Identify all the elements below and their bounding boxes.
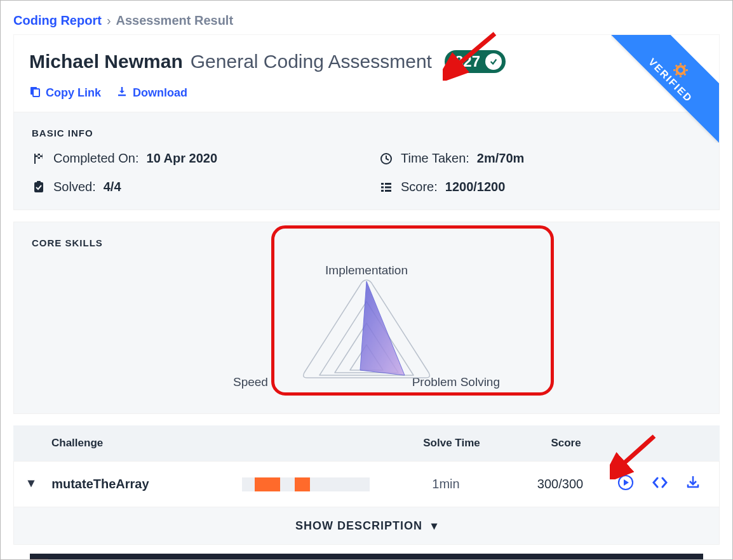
copy-link-button[interactable]: Copy Link — [29, 86, 101, 100]
candidate-name: Michael Newman — [29, 51, 183, 72]
expand-caret[interactable] — [27, 477, 37, 491]
score-value-detail: 1200/1200 — [445, 180, 506, 194]
time-label: Time Taken: — [401, 151, 469, 166]
solve-time: 1min — [389, 477, 503, 491]
svg-rect-17 — [38, 155, 41, 157]
svg-rect-25 — [381, 186, 384, 188]
time-taken: Time Taken: 2m/70m — [379, 151, 701, 166]
challenge-name: mutateTheArray — [51, 477, 242, 491]
svg-rect-19 — [40, 157, 43, 159]
breadcrumb-root[interactable]: Coding Report — [13, 13, 102, 28]
bars-icon — [379, 180, 393, 194]
svg-line-7 — [680, 76, 682, 77]
svg-rect-14 — [34, 154, 36, 164]
svg-rect-18 — [36, 157, 38, 159]
core-skills-title: CORE SKILLS — [32, 237, 701, 248]
score: Score: 1200/1200 — [379, 180, 701, 194]
svg-line-3 — [676, 74, 677, 75]
clipboard-icon — [32, 180, 46, 194]
code-button[interactable] — [652, 476, 668, 492]
svg-line-5 — [684, 74, 685, 75]
skill-label-speed: Speed — [233, 375, 268, 389]
col-header-score: Score — [509, 437, 623, 450]
svg-rect-16 — [40, 154, 43, 156]
svg-rect-23 — [381, 183, 384, 185]
basic-info-section: BASIC INFO Completed On: 10 Apr 2020 Tim… — [13, 112, 720, 210]
svg-rect-22 — [37, 181, 41, 183]
time-value: 2m/70m — [477, 151, 525, 166]
chevron-right-icon: › — [107, 13, 111, 28]
completed-value: 10 Apr 2020 — [147, 151, 218, 166]
score-pill: 827 — [445, 50, 506, 73]
challenge-table-header: Challenge Solve Time Score — [13, 425, 720, 461]
svg-rect-21 — [34, 182, 43, 192]
svg-rect-27 — [381, 190, 384, 192]
svg-rect-28 — [385, 190, 391, 192]
row-score: 300/300 — [503, 477, 617, 491]
show-description-toggle[interactable]: SHOW DESCRIPTION ▾ — [13, 507, 720, 545]
core-skills-section: CORE SKILLS Implementation Speed Problem… — [13, 222, 720, 414]
assessment-name: General Coding Assessment — [191, 51, 432, 72]
svg-rect-24 — [385, 183, 391, 185]
header-section: VERIFIED Michael Newman General Coding A… — [13, 34, 720, 112]
download-icon — [116, 86, 128, 100]
chevron-down-icon: ▾ — [431, 519, 438, 532]
download-button[interactable]: Download — [116, 86, 187, 100]
score-label: Score: — [401, 180, 438, 194]
svg-rect-26 — [385, 186, 391, 188]
completed-on: Completed On: 10 Apr 2020 — [32, 151, 354, 166]
clock-icon — [379, 152, 393, 166]
download-label: Download — [133, 86, 187, 100]
copy-icon — [29, 86, 41, 100]
basic-info-title: BASIC INFO — [32, 128, 701, 138]
solved-value: 4/4 — [104, 180, 121, 194]
play-button[interactable] — [617, 474, 634, 494]
skills-radar-chart: Implementation Speed Problem Solving — [233, 263, 500, 390]
challenge-row: mutateTheArray 1min 300/300 — [13, 461, 720, 507]
completed-label: Completed On: — [53, 151, 139, 166]
show-description-label: SHOW DESCRIPTION — [295, 519, 422, 532]
download-row-button[interactable] — [686, 475, 700, 493]
breadcrumb-current: Assessment Result — [116, 13, 234, 28]
col-header-challenge: Challenge — [51, 437, 394, 450]
code-preview: 1function mutateTheArray(n. a) { — [30, 554, 703, 560]
breadcrumb: Coding Report › Assessment Result — [1, 1, 732, 34]
copy-link-label: Copy Link — [46, 86, 101, 100]
score-value: 827 — [455, 53, 480, 70]
svg-rect-15 — [36, 154, 38, 156]
svg-rect-11 — [33, 89, 39, 97]
progress-bar — [242, 477, 370, 491]
solved: Solved: 4/4 — [32, 180, 354, 194]
check-icon — [485, 53, 502, 70]
flag-icon — [32, 152, 46, 166]
col-header-time: Solve Time — [394, 437, 509, 450]
solved-label: Solved: — [53, 180, 96, 194]
